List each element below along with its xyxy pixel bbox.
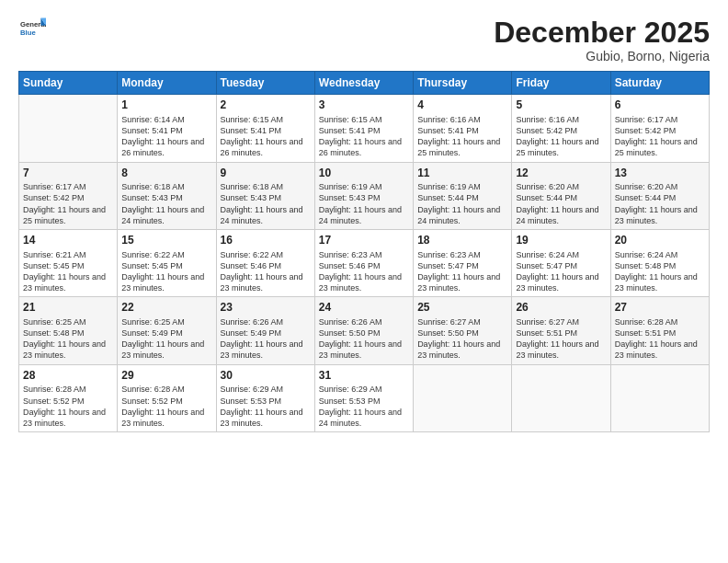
calendar-cell: 6Sunrise: 6:17 AM Sunset: 5:42 PM Daylig… [610,95,709,162]
cell-info: Sunrise: 6:17 AM Sunset: 5:42 PM Dayligh… [615,114,705,159]
day-number: 13 [615,166,705,181]
calendar-cell: 24Sunrise: 6:26 AM Sunset: 5:50 PM Dayli… [314,297,413,364]
calendar-cell: 8Sunrise: 6:18 AM Sunset: 5:43 PM Daylig… [118,162,216,229]
day-number: 6 [615,98,705,113]
logo: General Blue [18,17,46,42]
day-number: 14 [23,233,113,248]
col-friday: Friday [512,72,610,95]
cell-info: Sunrise: 6:25 AM Sunset: 5:49 PM Dayligh… [121,316,211,362]
day-number: 22 [121,300,211,316]
cell-info: Sunrise: 6:19 AM Sunset: 5:43 PM Dayligh… [319,181,409,226]
calendar-cell: 3Sunrise: 6:15 AM Sunset: 5:41 PM Daylig… [314,95,413,162]
cell-info: Sunrise: 6:20 AM Sunset: 5:44 PM Dayligh… [615,181,705,226]
day-number: 5 [516,98,606,113]
svg-text:Blue: Blue [20,29,36,37]
calendar-cell: 2Sunrise: 6:15 AM Sunset: 5:41 PM Daylig… [216,95,314,162]
cell-info: Sunrise: 6:22 AM Sunset: 5:45 PM Dayligh… [121,249,211,294]
title-block: December 2025 Gubio, Borno, Nigeria [494,17,710,63]
day-number: 30 [221,368,311,384]
calendar-week-row: 21Sunrise: 6:25 AM Sunset: 5:48 PM Dayli… [19,297,710,364]
cell-info: Sunrise: 6:26 AM Sunset: 5:50 PM Dayligh… [319,316,409,362]
calendar-cell: 28Sunrise: 6:28 AM Sunset: 5:52 PM Dayli… [19,364,118,431]
calendar-cell: 9Sunrise: 6:18 AM Sunset: 5:43 PM Daylig… [216,162,314,229]
location-subtitle: Gubio, Borno, Nigeria [494,49,710,63]
calendar-cell: 11Sunrise: 6:19 AM Sunset: 5:44 PM Dayli… [414,162,512,229]
day-number: 21 [23,300,113,316]
cell-info: Sunrise: 6:22 AM Sunset: 5:46 PM Dayligh… [221,249,311,294]
calendar-cell: 12Sunrise: 6:20 AM Sunset: 5:44 PM Dayli… [512,162,610,229]
cell-info: Sunrise: 6:28 AM Sunset: 5:52 PM Dayligh… [23,384,113,429]
calendar-cell: 23Sunrise: 6:26 AM Sunset: 5:49 PM Dayli… [216,297,314,364]
cell-info: Sunrise: 6:28 AM Sunset: 5:52 PM Dayligh… [121,384,211,429]
calendar-cell: 5Sunrise: 6:16 AM Sunset: 5:42 PM Daylig… [512,95,610,162]
calendar-cell: 15Sunrise: 6:22 AM Sunset: 5:45 PM Dayli… [118,229,216,296]
calendar-cell: 25Sunrise: 6:27 AM Sunset: 5:50 PM Dayli… [414,297,512,364]
cell-info: Sunrise: 6:17 AM Sunset: 5:42 PM Dayligh… [23,181,113,226]
day-number: 27 [615,300,705,316]
day-number: 28 [23,368,113,384]
calendar-cell: 13Sunrise: 6:20 AM Sunset: 5:44 PM Dayli… [610,162,709,229]
day-number: 24 [319,300,409,316]
day-number: 8 [121,166,211,181]
day-number: 15 [121,233,211,248]
day-number: 18 [417,233,507,248]
day-number: 1 [121,98,211,113]
cell-info: Sunrise: 6:18 AM Sunset: 5:43 PM Dayligh… [221,181,311,226]
calendar-cell: 20Sunrise: 6:24 AM Sunset: 5:48 PM Dayli… [610,229,709,296]
calendar-header-row: Sunday Monday Tuesday Wednesday Thursday… [19,72,710,95]
cell-info: Sunrise: 6:23 AM Sunset: 5:46 PM Dayligh… [319,249,409,294]
calendar-table: Sunday Monday Tuesday Wednesday Thursday… [18,71,710,432]
header: General Blue December 2025 Gubio, Borno,… [18,17,710,63]
calendar-cell [414,364,512,431]
day-number: 31 [319,368,409,384]
cell-info: Sunrise: 6:18 AM Sunset: 5:43 PM Dayligh… [121,181,211,226]
cell-info: Sunrise: 6:15 AM Sunset: 5:41 PM Dayligh… [319,114,409,159]
cell-info: Sunrise: 6:24 AM Sunset: 5:48 PM Dayligh… [615,249,705,294]
calendar-cell: 16Sunrise: 6:22 AM Sunset: 5:46 PM Dayli… [216,229,314,296]
col-saturday: Saturday [610,72,709,95]
day-number: 25 [417,300,507,316]
calendar-cell: 14Sunrise: 6:21 AM Sunset: 5:45 PM Dayli… [19,229,118,296]
calendar-cell: 30Sunrise: 6:29 AM Sunset: 5:53 PM Dayli… [216,364,314,431]
day-number: 12 [516,166,606,181]
calendar-cell: 19Sunrise: 6:24 AM Sunset: 5:47 PM Dayli… [512,229,610,296]
calendar-cell: 31Sunrise: 6:29 AM Sunset: 5:53 PM Dayli… [314,364,413,431]
calendar-cell: 21Sunrise: 6:25 AM Sunset: 5:48 PM Dayli… [19,297,118,364]
calendar-cell: 17Sunrise: 6:23 AM Sunset: 5:46 PM Dayli… [314,229,413,296]
cell-info: Sunrise: 6:15 AM Sunset: 5:41 PM Dayligh… [221,114,311,159]
cell-info: Sunrise: 6:16 AM Sunset: 5:41 PM Dayligh… [417,114,507,159]
cell-info: Sunrise: 6:27 AM Sunset: 5:50 PM Dayligh… [417,316,507,362]
calendar-cell [19,95,118,162]
day-number: 11 [417,166,507,181]
calendar-cell: 10Sunrise: 6:19 AM Sunset: 5:43 PM Dayli… [314,162,413,229]
col-thursday: Thursday [414,72,512,95]
day-number: 10 [319,166,409,181]
page: General Blue December 2025 Gubio, Borno,… [0,0,728,563]
col-sunday: Sunday [19,72,118,95]
calendar-cell: 26Sunrise: 6:27 AM Sunset: 5:51 PM Dayli… [512,297,610,364]
cell-info: Sunrise: 6:26 AM Sunset: 5:49 PM Dayligh… [221,316,311,362]
day-number: 3 [319,98,409,113]
cell-info: Sunrise: 6:27 AM Sunset: 5:51 PM Dayligh… [516,316,606,362]
col-tuesday: Tuesday [216,72,314,95]
day-number: 20 [615,233,705,248]
day-number: 29 [121,368,211,384]
day-number: 16 [221,233,311,248]
day-number: 7 [23,166,113,181]
cell-info: Sunrise: 6:28 AM Sunset: 5:51 PM Dayligh… [615,316,705,362]
calendar-cell: 29Sunrise: 6:28 AM Sunset: 5:52 PM Dayli… [118,364,216,431]
calendar-cell: 27Sunrise: 6:28 AM Sunset: 5:51 PM Dayli… [610,297,709,364]
calendar-cell: 1Sunrise: 6:14 AM Sunset: 5:41 PM Daylig… [118,95,216,162]
day-number: 9 [221,166,311,181]
cell-info: Sunrise: 6:29 AM Sunset: 5:53 PM Dayligh… [221,384,311,429]
calendar-cell [512,364,610,431]
calendar-cell: 7Sunrise: 6:17 AM Sunset: 5:42 PM Daylig… [19,162,118,229]
cell-info: Sunrise: 6:21 AM Sunset: 5:45 PM Dayligh… [23,249,113,294]
cell-info: Sunrise: 6:24 AM Sunset: 5:47 PM Dayligh… [516,249,606,294]
day-number: 2 [221,98,311,113]
cell-info: Sunrise: 6:29 AM Sunset: 5:53 PM Dayligh… [319,384,409,429]
col-monday: Monday [118,72,216,95]
cell-info: Sunrise: 6:14 AM Sunset: 5:41 PM Dayligh… [121,114,211,159]
col-wednesday: Wednesday [314,72,413,95]
cell-info: Sunrise: 6:23 AM Sunset: 5:47 PM Dayligh… [417,249,507,294]
